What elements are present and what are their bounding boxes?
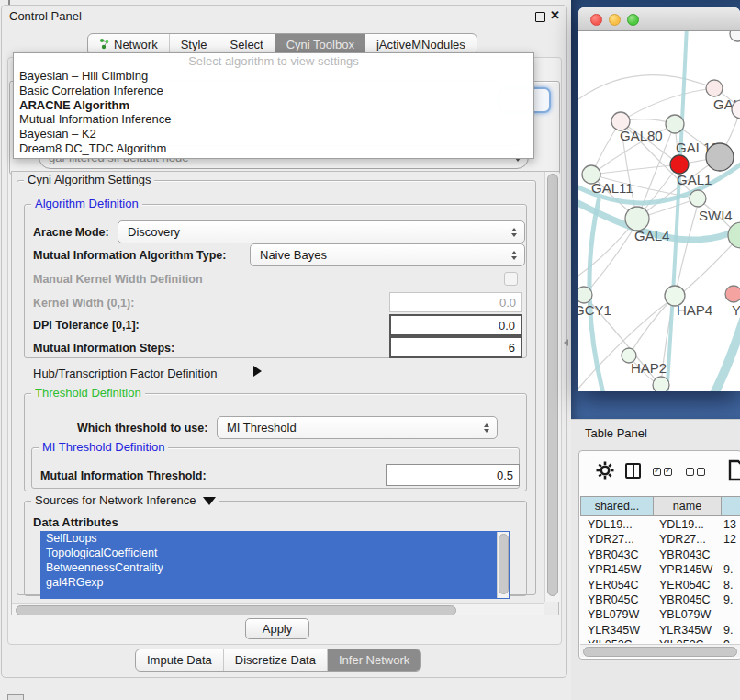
apply-button[interactable]: Apply [245, 618, 309, 639]
network-highlight-edge[interactable] [712, 320, 740, 391]
network-edge[interactable] [591, 164, 679, 175]
close-icon[interactable]: ✕ [550, 8, 560, 22]
column-header-3[interactable] [722, 496, 740, 516]
attributes-scrollbar[interactable] [497, 532, 509, 598]
aracne-mode-label: Aracne Mode: [33, 226, 109, 239]
hub-definition-label[interactable]: Hub/Transcription Factor Definition [33, 367, 217, 380]
dpi-tolerance-field[interactable]: 0.0 [389, 314, 522, 336]
document-icon[interactable] [728, 459, 740, 485]
settings-horizontal-scrollbar-thumb[interactable] [16, 605, 456, 615]
attribute-item-topologicalcoefficient[interactable]: TopologicalCoefficient [40, 546, 510, 560]
table-row[interactable]: YBL079WYBL079W [578, 608, 740, 623]
node-gal10[interactable] [666, 115, 684, 133]
attributes-scrollbar-thumb[interactable] [499, 534, 509, 594]
aracne-mode-value: Discovery [128, 225, 180, 239]
table-cell: YLR345W [588, 624, 640, 637]
algorithm-option-bayesian-hill-climbing[interactable]: Bayesian – Hill Climbing [14, 69, 533, 84]
kernel-width-field[interactable]: 0.0 [389, 292, 522, 312]
algorithm-option-basic-correlation-inference[interactable]: Basic Correlation Inference [14, 84, 533, 98]
zoom-traffic-icon[interactable] [627, 14, 639, 26]
mi-type-label: Mutual Information Algorithm Type: [33, 249, 226, 262]
attribute-item-gal4rgexp[interactable]: gal4RGexp [40, 575, 510, 590]
table-cell: YLR345W [659, 624, 712, 637]
node-y[interactable] [725, 286, 740, 302]
split-pane-collapse-icon[interactable] [564, 339, 568, 346]
table-cell: 9. [723, 593, 733, 606]
table-row[interactable]: YLR345WYLR345W9. [578, 624, 740, 638]
tab-discretize-data[interactable]: Discretize Data [224, 649, 328, 671]
algorithm-option-mutual-information-inference[interactable]: Mutual Information Inference [14, 112, 533, 127]
mi-steps-field[interactable]: 6 [389, 336, 522, 358]
settings-vertical-scrollbar[interactable] [544, 172, 559, 602]
table-row[interactable]: YDR27...YDR27...12 [578, 533, 740, 548]
collapse-down-icon [203, 497, 216, 505]
node-gal1[interactable] [690, 190, 706, 207]
minimize-traffic-icon[interactable] [609, 14, 621, 26]
columns-icon[interactable] [625, 463, 641, 479]
tab-label: Network [114, 38, 158, 51]
node-label-gal4: GAL4 [634, 228, 669, 243]
node-label-gcy1: GCY1 [578, 302, 611, 318]
network-canvas[interactable]: GALGAL80GAL10GAL1GAL11SWI4GAL4GCY1HAP4YH… [578, 31, 740, 391]
table-horizontal-scrollbar[interactable] [580, 644, 740, 657]
table-row[interactable]: YBR045CYBR045C9. [578, 593, 740, 608]
tab-infer-network[interactable]: Infer Network [328, 649, 420, 671]
column-header-shared[interactable]: shared... [580, 496, 654, 516]
settings-horizontal-scrollbar[interactable] [12, 603, 544, 615]
network-edge[interactable] [578, 75, 714, 105]
table-cell: YPR145W [588, 563, 641, 576]
deselect-all-icon[interactable] [686, 468, 705, 476]
float-window-icon[interactable] [535, 12, 545, 22]
algorithm-option-dream8-dc-tdc-algorithm[interactable]: Dream8 DC_TDC Algorithm [14, 141, 533, 156]
column-header-name[interactable]: name [654, 496, 722, 516]
node-label-gal80: GAL80 [620, 128, 663, 143]
attribute-item-selfloops[interactable]: SelfLoops [40, 531, 510, 546]
node-unlabeled[interactable] [670, 155, 689, 174]
network-window[interactable]: GALGAL80GAL10GAL1GAL11SWI4GAL4GCY1HAP4YH… [578, 7, 740, 391]
table-row[interactable]: YDL19...YDL19...13 [578, 518, 740, 533]
table-rows: YDL19...YDL19...13YDR27...YDR27...12YBR0… [578, 518, 740, 643]
algorithm-option-bayesian-k2[interactable]: Bayesian – K2 [14, 127, 533, 141]
aracne-mode-combo[interactable]: Discovery [118, 220, 525, 243]
table-cell: YDL19... [659, 518, 704, 531]
data-attributes-list[interactable]: SelfLoopsTopologicalCoefficientBetweenne… [40, 531, 510, 599]
table-row[interactable]: YPR145WYPR145W9. [578, 563, 740, 578]
table-cell: YBR043C [588, 548, 639, 561]
network-icon [99, 38, 109, 52]
gear-icon[interactable] [596, 461, 614, 483]
tab-label: Select [230, 38, 263, 51]
table-cell: YER054C [588, 579, 639, 592]
algorithm-dropdown-popup: Select algorithm to view settings Bayesi… [13, 52, 534, 159]
tab-label: jActiveMNodules [376, 38, 465, 51]
select-all-icon[interactable]: ✓✓ [653, 468, 672, 476]
node-gcy1[interactable] [578, 287, 592, 303]
node-unlabeled[interactable] [653, 377, 669, 391]
network-window-titlebar[interactable] [578, 7, 740, 31]
manual-kernel-checkbox[interactable] [504, 272, 518, 286]
table-row[interactable]: YBR043CYBR043C [578, 548, 740, 563]
mi-type-combo[interactable]: Naive Bayes [250, 243, 525, 266]
algorithm-option-aracne-algorithm[interactable]: ARACNE Algorithm [14, 98, 533, 113]
mi-threshold-field[interactable]: 0.5 [386, 464, 520, 486]
tab-label: Discretize Data [235, 653, 316, 667]
network-edge[interactable] [621, 88, 714, 121]
table-row[interactable]: YER054CYER054C8. [578, 579, 740, 593]
table-cell: 13 [723, 518, 736, 531]
table-row[interactable]: YIL052CYIL052C9 [578, 638, 740, 643]
attribute-item-betweennesscentrality[interactable]: BetweennessCentrality [40, 560, 510, 575]
sources-title[interactable]: Sources for Network Inference [31, 494, 219, 507]
network-highlight-edge[interactable] [667, 31, 687, 391]
node-unlabeled[interactable] [706, 143, 734, 171]
network-edge[interactable] [629, 296, 675, 356]
node-unlabeled[interactable] [730, 31, 740, 41]
tab-impute-data[interactable]: Impute Data [136, 649, 224, 671]
table-horizontal-scrollbar-thumb[interactable] [583, 647, 737, 657]
settings-vertical-scrollbar-thumb[interactable] [547, 174, 558, 596]
attribute-item-partial[interactable] [40, 590, 510, 599]
which-threshold-combo[interactable]: MI Threshold [217, 416, 498, 439]
expand-right-icon[interactable] [253, 366, 262, 377]
close-traffic-icon[interactable] [590, 14, 602, 26]
dock-icon-partial[interactable] [7, 694, 24, 700]
node-gal[interactable] [706, 80, 723, 96]
table-cell: YBR043C [659, 548, 711, 561]
